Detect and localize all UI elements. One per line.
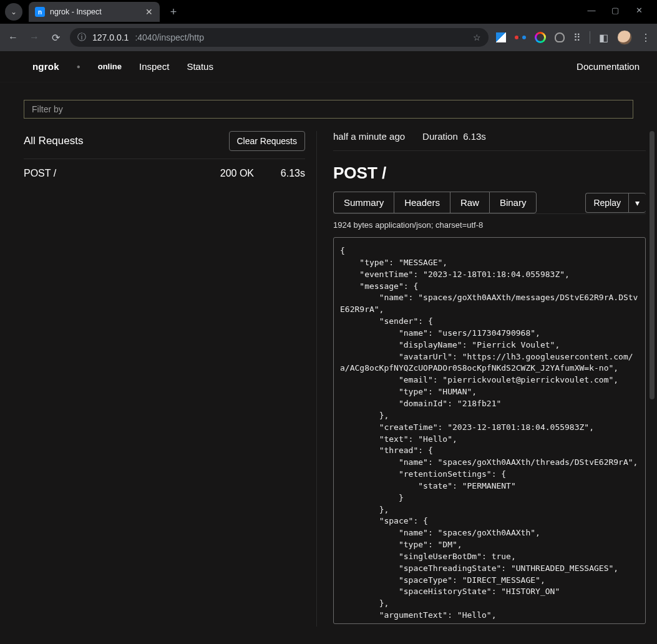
brand-label: ngrok [32,61,59,72]
side-panel-icon[interactable]: ◧ [599,32,608,44]
close-tab-icon[interactable]: ✕ [145,7,153,16]
browser-tab[interactable]: n ngrok - Inspect ✕ [29,2,160,22]
window-controls: ― ▢ ✕ [573,0,657,20]
close-window-icon[interactable]: ✕ [632,6,646,15]
extension-icon-2[interactable] [515,34,526,41]
reload-icon[interactable]: ⟳ [49,32,62,44]
back-icon[interactable]: ← [6,32,20,43]
star-icon[interactable]: ☆ [473,32,481,42]
tab-title: ngrok - Inspect [50,7,102,16]
maximize-icon[interactable]: ▢ [608,6,622,15]
site-info-icon[interactable]: ⓘ [77,32,86,43]
duration-value: 6.13s [463,131,486,142]
dot-separator-icon: ● [77,63,80,70]
profile-avatar[interactable] [617,30,632,45]
requests-panel: All Requests Clear Requests POST / 200 O… [24,131,317,627]
tab-headers[interactable]: Headers [394,192,450,213]
browser-window-bar: ⌄ n ngrok - Inspect ✕ + ― ▢ ✕ [0,0,657,24]
kebab-menu-icon[interactable]: ⋮ [641,32,651,44]
favicon-icon: n [35,7,45,17]
minimize-icon[interactable]: ― [585,6,598,15]
scrollbar[interactable] [650,131,655,399]
duration-label: Duration [422,131,458,142]
status-online-label: online [98,62,122,71]
extension-icon-3[interactable] [535,32,546,43]
toolbar-right-icons: ⠿ ◧ ⋮ [496,30,651,45]
request-duration: 6.13s [266,168,305,179]
chevron-down-icon: ⌄ [11,7,17,16]
extension-icon-4[interactable] [555,32,565,42]
request-method-path: POST / [24,168,203,179]
replay-dropdown-button[interactable]: ▾ [628,193,646,213]
replay-button[interactable]: Replay [585,193,628,213]
nav-documentation[interactable]: Documentation [577,61,640,72]
new-tab-button[interactable]: + [165,3,182,21]
tab-summary[interactable]: Summary [333,192,394,213]
request-status: 200 OK [215,168,254,179]
url-host: 127.0.0.1 [92,32,129,42]
nav-inspect[interactable]: Inspect [139,61,169,72]
clear-requests-button[interactable]: Clear Requests [229,131,306,151]
main-content: All Requests Clear Requests POST / 200 O… [0,82,657,644]
tab-raw[interactable]: Raw [450,192,489,213]
app-header: ngrok ● online Inspect Status Documentat… [0,51,657,82]
url-rest: :4040/inspect/http [135,32,204,42]
detail-panel: half a minute ago Duration 6.13s POST / … [317,131,657,627]
detail-heading: POST / [333,151,646,192]
json-body[interactable]: { "type": "MESSAGE", "eventTime": "2023-… [333,237,646,624]
extension-icon-1[interactable] [496,32,506,42]
forward-icon[interactable]: → [27,32,41,43]
address-bar[interactable]: ⓘ 127.0.0.1:4040/inspect/http ☆ [70,28,489,47]
extensions-icon[interactable]: ⠿ [573,32,581,44]
bytes-info: 1924 bytes application/json; charset=utf… [333,214,646,237]
request-row[interactable]: POST / 200 OK 6.13s [24,159,305,188]
relative-time: half a minute ago [333,131,405,142]
tab-binary[interactable]: Binary [489,192,537,213]
browser-toolbar: ← → ⟳ ⓘ 127.0.0.1:4040/inspect/http ☆ ⠿ … [0,24,657,51]
filter-input[interactable] [24,100,633,119]
detail-tabs: Summary Headers Raw Binary [333,192,537,213]
tab-search-button[interactable]: ⌄ [5,3,22,21]
requests-heading: All Requests [24,135,83,147]
nav-status[interactable]: Status [187,61,213,72]
